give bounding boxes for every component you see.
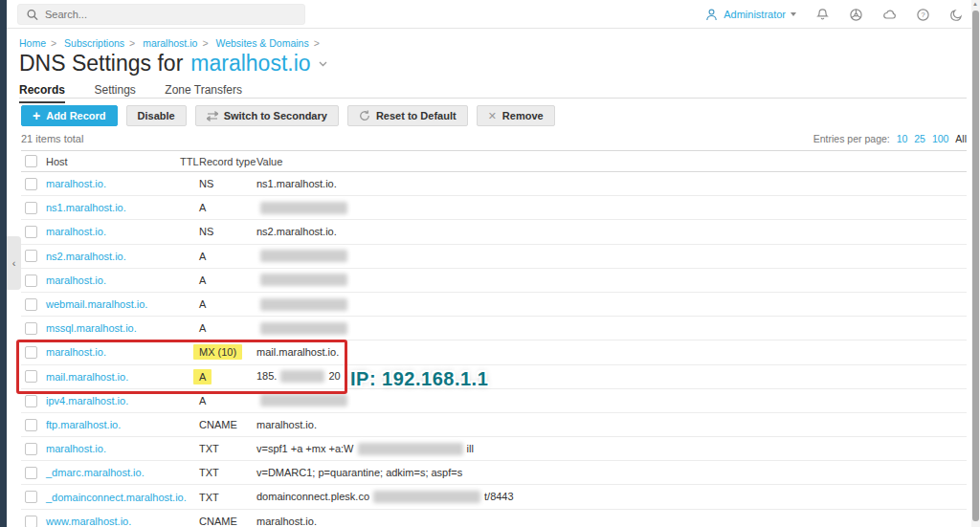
row-checkbox[interactable] — [25, 395, 37, 407]
page-size-10[interactable]: 10 — [897, 133, 908, 144]
breadcrumb-subscriptions[interactable]: Subscriptions — [64, 37, 124, 49]
search-input[interactable] — [45, 9, 297, 20]
record-type-cell: A — [199, 322, 256, 334]
page-size-all-selected: All — [955, 133, 967, 144]
cloud-icon[interactable] — [882, 8, 897, 22]
value-cell: v=DMARC1; p=quarantine; adkim=s; aspf=s — [256, 467, 967, 478]
host-link[interactable]: www.maralhost.io. — [46, 516, 131, 527]
page-size-25[interactable]: 25 — [914, 133, 925, 144]
redacted-value — [260, 274, 347, 286]
row-checkbox[interactable] — [25, 346, 37, 359]
record-value-text: mail.maralhost.io. — [256, 346, 339, 358]
breadcrumb-separator: > — [202, 37, 208, 49]
add-record-button[interactable]: + Add Record — [21, 105, 118, 126]
page-title: DNS Settings for maralhost.io — [19, 51, 327, 77]
table-row: webmail.maralhost.io.A — [21, 293, 967, 317]
value-cell: mail.maralhost.io. — [256, 346, 967, 358]
user-icon — [704, 8, 719, 22]
host-link[interactable]: ns2.maralhost.io. — [46, 251, 126, 262]
value-cell: ns1.maralhost.io. — [256, 178, 967, 189]
host-link[interactable]: mssql.maralhost.io. — [46, 322, 137, 334]
value-cell — [256, 202, 967, 214]
column-header-host: Host — [46, 156, 180, 167]
table-header-row: Host TTL Record type Value — [21, 150, 967, 172]
page-title-prefix: DNS Settings for — [19, 51, 183, 77]
redacted-value — [260, 322, 347, 335]
host-link[interactable]: _dmarc.maralhost.io. — [46, 467, 145, 478]
row-checkbox[interactable] — [25, 226, 37, 238]
sidebar-expand-handle[interactable]: ‹ — [7, 236, 21, 290]
breadcrumb-domain[interactable]: maralhost.io — [143, 37, 197, 49]
host-link[interactable]: _domainconnect.maralhost.io. — [46, 492, 187, 503]
vertical-scrollbar[interactable]: ▲ — [971, 0, 980, 527]
value-cell — [256, 394, 967, 406]
page-size-100[interactable]: 100 — [932, 133, 949, 144]
host-link[interactable]: maralhost.io. — [46, 178, 106, 189]
breadcrumb-websites-domains[interactable]: Websites & Domains — [215, 37, 308, 49]
reset-to-default-button[interactable]: Reset to Default — [347, 105, 468, 126]
row-checkbox[interactable] — [25, 467, 37, 479]
row-checkbox[interactable] — [25, 322, 37, 335]
host-link[interactable]: ipv4.maralhost.io. — [46, 395, 128, 406]
row-checkbox[interactable] — [25, 250, 37, 262]
table-row: maralhost.io.MX (10)mail.maralhost.io. — [21, 340, 967, 364]
switch-to-secondary-button[interactable]: Switch to Secondary — [195, 105, 339, 126]
record-value-text: ns2.maralhost.io. — [256, 226, 337, 237]
row-checkbox[interactable] — [25, 274, 37, 287]
remove-x-icon: ✕ — [488, 110, 497, 122]
switch-to-secondary-label: Switch to Secondary — [224, 110, 327, 121]
redacted-value — [260, 250, 347, 262]
extensions-icon[interactable] — [849, 8, 863, 22]
row-checkbox[interactable] — [25, 202, 37, 214]
host-link[interactable]: ftp.maralhost.io. — [46, 419, 121, 430]
row-checkbox[interactable] — [25, 298, 37, 311]
value-cell — [256, 250, 967, 262]
record-value-text: t/8443 — [484, 491, 514, 502]
notifications-bell-icon[interactable] — [815, 8, 830, 22]
row-checkbox[interactable] — [25, 516, 37, 527]
column-header-record-type: Record type — [199, 156, 256, 167]
column-header-ttl: TTL — [180, 156, 199, 167]
breadcrumb: Home> Subscriptions> maralhost.io> Websi… — [19, 37, 324, 49]
tab-records[interactable]: Records — [19, 83, 65, 103]
scroll-up-arrow-icon[interactable]: ▲ — [972, 1, 978, 7]
user-menu[interactable]: Administrator — [704, 8, 796, 22]
table-row: mail.maralhost.io.A185.20 — [21, 365, 967, 389]
host-link[interactable]: maralhost.io. — [46, 443, 106, 454]
select-all-checkbox[interactable] — [25, 155, 37, 167]
toolbar: + Add Record Disable Switch to Secondary… — [21, 105, 555, 126]
disable-button[interactable]: Disable — [126, 105, 187, 126]
record-type-cell: TXT — [199, 492, 256, 503]
host-link[interactable]: webmail.maralhost.io. — [46, 298, 147, 310]
host-link[interactable]: maralhost.io. — [46, 346, 106, 358]
svg-text:?: ? — [921, 11, 925, 19]
record-value-text: 20 — [328, 370, 340, 382]
dark-mode-moon-icon[interactable] — [949, 8, 964, 22]
search-box[interactable] — [17, 4, 305, 25]
scrollbar-thumb[interactable] — [972, 11, 979, 521]
row-checkbox[interactable] — [25, 443, 37, 455]
host-link[interactable]: maralhost.io. — [46, 274, 106, 286]
breadcrumb-separator: > — [314, 37, 320, 49]
tab-zone-transfers[interactable]: Zone Transfers — [165, 83, 242, 101]
page-title-domain[interactable]: maralhost.io — [190, 51, 310, 77]
record-type-cell: NS — [199, 226, 256, 237]
tab-bar: Records Settings Zone Transfers — [19, 80, 967, 99]
host-link[interactable]: ns1.maralhost.io. — [46, 202, 126, 213]
table-row: maralhost.io.NSns1.maralhost.io. — [21, 172, 967, 196]
host-link[interactable]: maralhost.io. — [46, 226, 106, 237]
breadcrumb-home[interactable]: Home — [19, 37, 46, 49]
domain-chevron-down-icon[interactable] — [319, 61, 327, 67]
redacted-value — [260, 394, 347, 406]
row-checkbox[interactable] — [25, 178, 37, 190]
row-checkbox[interactable] — [25, 370, 37, 383]
host-link[interactable]: mail.maralhost.io. — [46, 371, 128, 383]
redacted-value — [280, 370, 324, 383]
row-checkbox[interactable] — [25, 419, 37, 431]
row-checkbox[interactable] — [25, 491, 37, 503]
help-icon[interactable]: ? — [916, 8, 930, 22]
remove-button[interactable]: ✕ Remove — [477, 105, 555, 126]
record-type-cell: CNAME — [199, 516, 256, 527]
tab-settings[interactable]: Settings — [94, 83, 135, 101]
record-type-cell: A — [199, 395, 256, 406]
